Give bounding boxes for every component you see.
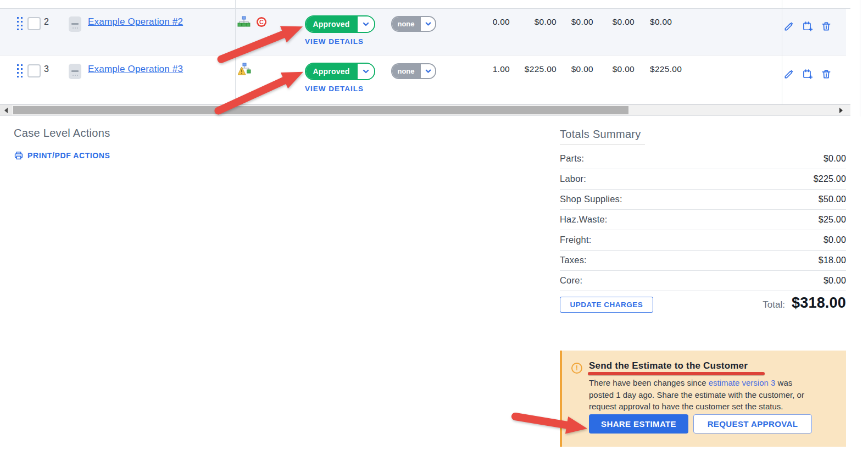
totals-row-freight: Freight: $0.00 (560, 230, 846, 251)
hierarchy-warning-icon (238, 63, 252, 76)
row-number: 3 (44, 64, 49, 74)
request-approval-button[interactable]: REQUEST APPROVAL (693, 414, 812, 434)
scrollbar-thumb[interactable] (13, 106, 628, 114)
scroll-left-icon (4, 108, 8, 113)
table-row (0, 55, 846, 105)
warning-icon (571, 363, 582, 374)
send-estimate-notice: Send the Estimate to the Customer There … (560, 351, 846, 447)
share-estimate-button[interactable]: SHARE ESTIMATE (589, 414, 688, 434)
totals-row-core: Core: $0.00 (560, 270, 846, 291)
cell-parts: $0.00 (549, 17, 593, 27)
secondary-status-label: none (392, 17, 420, 31)
title-divider (560, 144, 645, 145)
status-label: Approved (306, 64, 357, 79)
totals-label: Labor: (560, 174, 586, 184)
totals-value: $0.00 (824, 276, 846, 286)
totals-row-shop-supplies: Shop Supplies: $50.00 (560, 189, 846, 210)
secondary-status-label: none (392, 64, 420, 78)
panel-right-border (860, 0, 860, 116)
totals-label: Shop Supplies: (560, 194, 622, 204)
operation-link[interactable]: Example Operation #2 (88, 16, 183, 27)
status-dropdown[interactable]: Approved (305, 15, 375, 33)
totals-value: $225.00 (814, 174, 846, 184)
drag-handle[interactable] (16, 63, 23, 78)
chevron-down-icon (424, 67, 432, 75)
delete-icon[interactable] (821, 21, 832, 32)
chevron-down-icon (361, 20, 370, 29)
totals-label: Parts: (560, 153, 584, 164)
edit-icon[interactable] (783, 69, 794, 80)
totals-summary-title: Totals Summary (560, 128, 641, 141)
column-divider (235, 0, 236, 104)
totals-label: Taxes: (560, 255, 587, 265)
duplicate-icon[interactable] (802, 69, 813, 80)
minus-icon (71, 70, 79, 72)
case-level-actions-title: Case Level Actions (14, 127, 110, 140)
cell-other: $0.00 (591, 17, 635, 27)
c-glyph: C (259, 19, 264, 25)
printer-icon (14, 151, 24, 160)
customer-badge-icon: C (256, 16, 267, 27)
totals-row-haz-waste: Haz.Waste: $25.00 (560, 209, 846, 230)
notice-title: Send the Estimate to the Customer (589, 360, 748, 371)
duplicate-icon[interactable] (802, 21, 813, 32)
cell-total: $0.00 (650, 17, 699, 27)
notice-body: There have been changes since estimate v… (589, 377, 816, 413)
drag-handle[interactable] (16, 16, 23, 31)
totals-row-taxes: Taxes: $18.00 (560, 250, 846, 271)
minus-icon (71, 23, 79, 25)
totals-value: $25.00 (819, 215, 846, 225)
page: 2 Example Operation #2 C Approved VIEW D… (0, 0, 868, 450)
print-pdf-actions-link[interactable]: PRINT/PDF ACTIONS (14, 151, 110, 160)
table-header-border (0, 8, 850, 9)
annotation-underline (588, 372, 765, 375)
grand-total: Total: $318.00 (659, 295, 846, 312)
cell-total: $225.00 (650, 64, 699, 74)
cell-qty: 1.00 (466, 64, 510, 74)
estimate-version-link[interactable]: estimate version 3 (709, 378, 776, 387)
view-details-link[interactable]: VIEW DETAILS (305, 37, 364, 46)
status-label: Approved (306, 16, 357, 32)
view-details-link[interactable]: VIEW DETAILS (305, 85, 364, 93)
secondary-status-dropdown[interactable]: none (391, 16, 436, 32)
notice-text: There have been changes since (589, 378, 709, 387)
chevron-down-icon (424, 20, 432, 28)
dots-icon (73, 75, 74, 76)
scroll-right-button[interactable] (839, 108, 843, 113)
hierarchy-icon (237, 16, 251, 28)
total-value: $318.00 (792, 295, 846, 312)
totals-label: Haz.Waste: (560, 214, 608, 225)
dots-icon (73, 27, 74, 29)
row-number: 2 (44, 17, 49, 27)
totals-label: Core: (560, 275, 582, 286)
totals-value: $50.00 (819, 195, 846, 204)
chevron-down-icon (361, 67, 370, 76)
scroll-left-button[interactable] (0, 105, 12, 115)
row-checkbox[interactable] (27, 17, 41, 30)
secondary-status-dropdown[interactable]: none (391, 63, 436, 79)
row-checkbox[interactable] (27, 64, 41, 77)
operation-link[interactable]: Example Operation #3 (88, 64, 183, 75)
cell-parts: $0.00 (549, 64, 593, 74)
totals-row-labor: Labor: $225.00 (560, 169, 846, 190)
collapse-row-button[interactable] (69, 16, 81, 32)
totals-value: $18.00 (819, 255, 846, 265)
total-label: Total: (763, 299, 785, 310)
status-dropdown[interactable]: Approved (305, 63, 375, 80)
column-divider (782, 0, 782, 104)
update-charges-button[interactable]: UPDATE CHARGES (560, 297, 653, 313)
scroll-right-icon (839, 108, 843, 113)
cell-other: $0.00 (591, 64, 635, 74)
cell-qty: 0.00 (466, 17, 510, 27)
totals-label: Freight: (560, 235, 592, 245)
delete-icon[interactable] (821, 69, 832, 80)
horizontal-scrollbar[interactable] (0, 104, 850, 116)
edit-icon[interactable] (783, 21, 794, 32)
totals-value: $0.00 (824, 154, 846, 164)
print-pdf-actions-label: PRINT/PDF ACTIONS (27, 151, 110, 160)
collapse-row-button[interactable] (69, 64, 81, 79)
totals-row-parts: Parts: $0.00 (560, 148, 846, 169)
totals-value: $0.00 (824, 235, 846, 245)
